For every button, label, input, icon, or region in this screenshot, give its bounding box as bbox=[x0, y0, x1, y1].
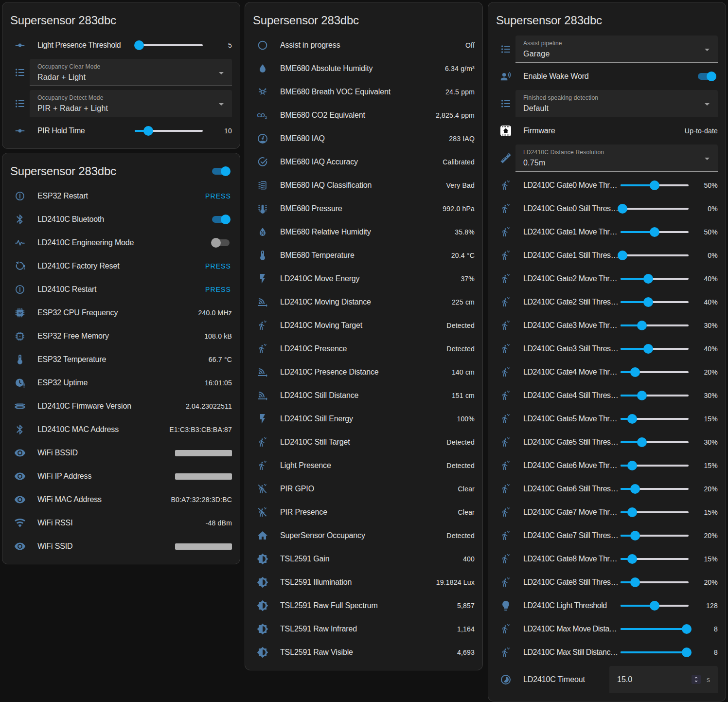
select-field-finished-speaking-detection[interactable]: Finished speaking detectionDefault bbox=[515, 90, 718, 117]
slider-knob[interactable] bbox=[630, 577, 640, 587]
slider-knob[interactable] bbox=[682, 648, 692, 657]
slider-knob[interactable] bbox=[682, 624, 692, 634]
entity-row-wifi-ssid[interactable]: WiFi SSID bbox=[10, 537, 232, 556]
ld2410c-engineering-mode-toggle[interactable] bbox=[212, 239, 230, 246]
entity-row-bme680-temperature[interactable]: BME680 Temperature20.4 °C bbox=[253, 246, 475, 265]
entity-row-bme680-iaq[interactable]: BME680 IAQ283 IAQ bbox=[253, 129, 475, 148]
entity-row-ld2410c-still-energy[interactable]: LD2410C Still Energy100% bbox=[253, 409, 475, 429]
select-arrow[interactable] bbox=[215, 67, 227, 79]
slider-ld2410c-gate8-move-thr[interactable] bbox=[621, 554, 689, 564]
slider-ld2410c-gate7-move-thr[interactable] bbox=[621, 507, 689, 517]
select-arrow[interactable] bbox=[215, 98, 227, 110]
entity-row-pir-hold-time[interactable]: PIR Hold Time10 bbox=[10, 121, 232, 141]
entity-row-enable-wake-word[interactable]: Enable Wake Word bbox=[496, 67, 718, 86]
entity-row-esp32-free-memory[interactable]: ESP32 Free Memory108.0 kB bbox=[10, 326, 232, 346]
slider-ld2410c-gate6-still-thres[interactable] bbox=[621, 484, 689, 494]
slider-knob[interactable] bbox=[643, 297, 653, 307]
slider-knob[interactable] bbox=[643, 344, 653, 354]
number-value[interactable]: 15.0 bbox=[617, 675, 692, 684]
slider-track[interactable] bbox=[621, 208, 689, 210]
entity-row-ld2410c-presence-distance[interactable]: LD2410C Presence Distance140 cm bbox=[253, 362, 475, 382]
slider-ld2410c-gate6-move-thr[interactable] bbox=[621, 461, 689, 470]
slider-ld2410c-gate5-still-thres[interactable] bbox=[621, 437, 689, 447]
entity-row-esp32-temperature[interactable]: ESP32 Temperature66.7 °C bbox=[10, 350, 232, 369]
slider-knob[interactable] bbox=[637, 437, 647, 447]
slider-knob[interactable] bbox=[643, 274, 653, 284]
select-arrow[interactable] bbox=[701, 153, 713, 164]
slider-ld2410c-gate0-move-thr[interactable] bbox=[621, 180, 689, 190]
entity-row-ld2410c-engineering-mode[interactable]: LD2410C Engineering Mode bbox=[10, 233, 232, 252]
entity-row-ld2410c-gate0-move-thr[interactable]: LD2410C Gate0 Move Thr…50% bbox=[496, 176, 718, 195]
slider-knob[interactable] bbox=[618, 251, 627, 260]
number-input-ld2410c-timeout[interactable]: 15.0s bbox=[609, 666, 718, 693]
entity-row-supersensor-occupancy[interactable]: SuperSensor OccupancyDetected bbox=[253, 526, 475, 545]
select-field-occupancy-detect-mode[interactable]: Occupancy Detect ModePIR + Radar + Light bbox=[30, 90, 232, 117]
entity-row-ld2410c-gate7-still-thres[interactable]: LD2410C Gate7 Still Thres…20% bbox=[496, 526, 718, 545]
entity-row-bme680-pressure[interactable]: BME680 Pressure992.0 hPa bbox=[253, 199, 475, 218]
slider-ld2410c-gate1-move-thr[interactable] bbox=[621, 227, 689, 237]
entity-row-ld2410c-gate2-still-thres[interactable]: LD2410C Gate2 Still Thres…40% bbox=[496, 292, 718, 312]
entity-row-ld2410c-gate3-move-thr[interactable]: LD2410C Gate3 Move Thr…30% bbox=[496, 316, 718, 335]
entity-row-ld2410c-moving-distance[interactable]: LD2410C Moving Distance225 cm bbox=[253, 292, 475, 312]
slider-light-presence-threshold[interactable] bbox=[135, 40, 203, 50]
entity-row-light-presence-threshold[interactable]: Light Presence Threshold5 bbox=[10, 36, 232, 55]
entity-row-tsl2591-raw-infrared[interactable]: TSL2591 Raw Infrared1,164 bbox=[253, 619, 475, 639]
entity-row-ld2410c-gate0-still-thres[interactable]: LD2410C Gate0 Still Thres…0% bbox=[496, 199, 718, 218]
entity-row-ld2410c-factory-reset[interactable]: LD2410C Factory ResetPRESS bbox=[10, 256, 232, 276]
entity-row-tsl2591-gain[interactable]: TSL2591 Gain400 bbox=[253, 549, 475, 569]
entity-row-occupancy-clear-mode[interactable]: Occupancy Clear ModeRadar + Light bbox=[10, 59, 232, 86]
slider-knob[interactable] bbox=[650, 601, 659, 611]
slider-track[interactable] bbox=[621, 254, 689, 256]
slider-knob[interactable] bbox=[143, 126, 153, 136]
entity-row-assist-in-progress[interactable]: Assist in progressOff bbox=[253, 36, 475, 55]
entity-row-ld2410c-gate8-move-thr[interactable]: LD2410C Gate8 Move Thr…15% bbox=[496, 549, 718, 569]
entity-row-ld2410c-gate4-still-thres[interactable]: LD2410C Gate4 Still Thres…30% bbox=[496, 386, 718, 405]
press-button[interactable]: PRESS bbox=[205, 262, 231, 270]
entity-row-ld2410c-firmware-version[interactable]: LD2410C Firmware Version2.04.23022511 bbox=[10, 396, 232, 416]
slider-ld2410c-gate4-still-thres[interactable] bbox=[621, 391, 689, 400]
number-stepper[interactable] bbox=[692, 675, 701, 684]
entity-row-esp32-restart[interactable]: ESP32 RestartPRESS bbox=[10, 186, 232, 206]
entity-row-ld2410c-gate1-move-thr[interactable]: LD2410C Gate1 Move Thr…50% bbox=[496, 222, 718, 242]
slider-ld2410c-gate5-move-thr[interactable] bbox=[621, 414, 689, 424]
slider-ld2410c-gate3-still-thres[interactable] bbox=[621, 344, 689, 354]
entity-row-bme680-iaq-accuracy[interactable]: BME680 IAQ AccuracyCalibrated bbox=[253, 152, 475, 172]
slider-ld2410c-max-still-distanc[interactable] bbox=[621, 648, 689, 657]
entity-row-ld2410c-restart[interactable]: LD2410C RestartPRESS bbox=[10, 280, 232, 299]
entity-row-ld2410c-light-threshold[interactable]: LD2410C Light Threshold128 bbox=[496, 596, 718, 615]
slider-knob[interactable] bbox=[650, 180, 659, 190]
slider-knob[interactable] bbox=[627, 507, 637, 517]
entity-row-firmware[interactable]: FirmwareUp-to-date bbox=[496, 121, 718, 141]
entity-row-ld2410c-moving-target[interactable]: LD2410C Moving TargetDetected bbox=[253, 316, 475, 335]
entity-row-ld2410c-timeout[interactable]: LD2410C Timeout15.0s bbox=[496, 666, 718, 693]
entity-row-ld2410c-still-target[interactable]: LD2410C Still TargetDetected bbox=[253, 432, 475, 452]
slider-knob[interactable] bbox=[630, 531, 640, 540]
entity-row-wifi-bssid[interactable]: WiFi BSSID bbox=[10, 443, 232, 463]
card-header-toggle[interactable] bbox=[212, 168, 230, 175]
slider-knob[interactable] bbox=[627, 554, 637, 564]
entity-row-wifi-ip-address[interactable]: WiFi IP Address bbox=[10, 467, 232, 486]
entity-row-occupancy-detect-mode[interactable]: Occupancy Detect ModePIR + Radar + Light bbox=[10, 90, 232, 117]
entity-row-assist-pipeline[interactable]: Assist pipelineGarage bbox=[496, 36, 718, 63]
entity-row-esp32-cpu-frequency[interactable]: 32ESP32 CPU Frequency240.0 MHz bbox=[10, 303, 232, 323]
select-arrow[interactable] bbox=[701, 98, 713, 110]
entity-row-ld2410c-gate1-still-thres[interactable]: LD2410C Gate1 Still Thres…0% bbox=[496, 246, 718, 265]
select-field-ld2410c-distance-resolution[interactable]: LD2410C Distance Resolution0.75m bbox=[515, 144, 718, 172]
entity-row-ld2410c-gate3-still-thres[interactable]: LD2410C Gate3 Still Thres…40% bbox=[496, 339, 718, 359]
entity-row-ld2410c-move-energy[interactable]: LD2410C Move Energy37% bbox=[253, 269, 475, 288]
entity-row-ld2410c-still-distance[interactable]: LD2410C Still Distance151 cm bbox=[253, 386, 475, 405]
entity-row-ld2410c-bluetooth[interactable]: LD2410C Bluetooth bbox=[10, 210, 232, 229]
slider-ld2410c-light-threshold[interactable] bbox=[621, 601, 689, 611]
entity-row-ld2410c-presence[interactable]: LD2410C PresenceDetected bbox=[253, 339, 475, 359]
slider-ld2410c-gate4-move-thr[interactable] bbox=[621, 367, 689, 377]
entity-row-ld2410c-gate2-move-thr[interactable]: LD2410C Gate2 Move Thr…40% bbox=[496, 269, 718, 288]
entity-row-ld2410c-distance-resolution[interactable]: LD2410C Distance Resolution0.75m bbox=[496, 144, 718, 172]
slider-knob[interactable] bbox=[627, 414, 637, 424]
entity-row-tsl2591-raw-full-spectrum[interactable]: TSL2591 Raw Full Spectrum5,857 bbox=[253, 596, 475, 615]
slider-ld2410c-gate1-still-thres[interactable] bbox=[621, 251, 689, 260]
entity-row-bme680-absolute-humidity[interactable]: BME680 Absolute Humidity6.34 g/m³ bbox=[253, 59, 475, 78]
entity-row-pir-gpio[interactable]: PIR GPIOClear bbox=[253, 479, 475, 499]
ld2410c-bluetooth-toggle[interactable] bbox=[212, 216, 230, 223]
press-button[interactable]: PRESS bbox=[205, 192, 231, 200]
entity-row-ld2410c-max-move-dista[interactable]: LD2410C Max Move Dista…8 bbox=[496, 619, 718, 639]
